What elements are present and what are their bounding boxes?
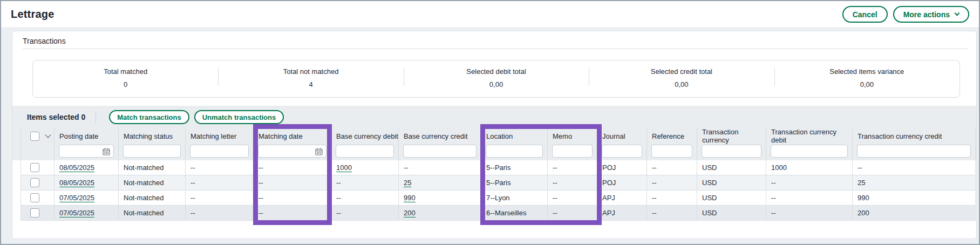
cell-value: -- <box>553 164 557 172</box>
cell-value: 5--Paris <box>486 164 511 172</box>
cell-value: 7--Lyon <box>486 194 510 202</box>
chevron-down-icon <box>955 11 960 16</box>
cell-value: -- <box>771 194 776 202</box>
filter-cell-memo <box>548 144 597 160</box>
column-header-label: Journal <box>602 132 625 140</box>
cell-link-posting-date[interactable]: 07/05/2025 <box>59 194 94 202</box>
cell-link-posting-date[interactable]: 07/05/2025 <box>59 209 94 217</box>
cell-location: 5--Paris <box>481 175 548 190</box>
summary-item-label: Total matched <box>104 67 147 76</box>
cancel-button-label: Cancel <box>853 10 877 19</box>
cell-matching-date: -- <box>254 175 331 190</box>
filter-input-memo[interactable] <box>552 145 593 158</box>
filter-input-matching-date[interactable] <box>258 145 326 158</box>
column-header-base-currency-credit: Base currency credit <box>399 128 481 144</box>
match-transactions-button[interactable]: Match transactions <box>109 110 189 124</box>
filter-input-transaction-currency[interactable] <box>702 145 761 158</box>
summary-item-value: 0,00 <box>675 80 688 89</box>
filter-input-matching-status[interactable] <box>123 145 181 158</box>
app-window: Lettrage Cancel More actions Transaction… <box>0 0 980 245</box>
cell-value: APJ <box>602 209 615 217</box>
filter-input-journal[interactable] <box>602 145 642 158</box>
cell-value: 6--Marseilles <box>486 209 526 217</box>
cell-value: 25 <box>858 179 865 187</box>
cell-value: Not-matched <box>124 209 164 217</box>
cell-posting-date: 07/05/2025 <box>55 190 119 206</box>
cell-matching-date: -- <box>254 190 331 206</box>
column-header-label: Location <box>486 132 513 140</box>
cell-link-base-currency-debit[interactable]: 1000 <box>336 164 352 172</box>
table-row: 08/05/2025Not-matched------255--Paris--P… <box>21 175 976 190</box>
cell-link-base-currency-credit[interactable]: 200 <box>404 209 416 217</box>
cell-base-currency-debit: -- <box>331 190 399 206</box>
column-header-posting-date: Posting date <box>55 128 119 144</box>
cell-location: 7--Lyon <box>481 190 548 206</box>
filter-input-transaction-currency-credit[interactable] <box>857 145 971 158</box>
cell-journal: POJ <box>597 175 647 190</box>
cell-value: Not-matched <box>124 179 164 187</box>
cell-link-posting-date[interactable]: 08/05/2025 <box>59 164 94 172</box>
grid-filter-row <box>21 144 976 160</box>
summary-item-value: 4 <box>309 80 312 89</box>
cell-transaction-currency: USD <box>697 175 766 190</box>
summary-item: Total not matched4 <box>218 60 403 97</box>
cell-link-base-currency-credit[interactable]: 25 <box>404 179 411 187</box>
cell-transaction-currency: USD <box>697 206 766 221</box>
match-transactions-label: Match transactions <box>117 113 181 121</box>
filter-input-base-currency-credit[interactable] <box>403 145 477 158</box>
cell-link-base-currency-credit[interactable]: 990 <box>404 194 416 202</box>
filter-input-matching-letter[interactable] <box>190 145 249 158</box>
summary-item-value: 0 <box>124 80 127 89</box>
cell-link-posting-date[interactable]: 08/05/2025 <box>59 179 94 187</box>
column-header-label: Transaction currency <box>702 128 766 144</box>
filter-input-transaction-currency-debit[interactable] <box>771 145 848 158</box>
cell-base-currency-credit: 200 <box>399 206 481 221</box>
row-checkbox[interactable] <box>30 193 39 202</box>
cell-value: USD <box>702 209 717 217</box>
cell-value: -- <box>336 179 341 187</box>
cell-base-currency-credit: 25 <box>399 175 481 190</box>
cell-value: USD <box>702 164 717 172</box>
cell-matching-status: Not-matched <box>119 160 186 175</box>
cell-matching-letter: -- <box>186 160 254 175</box>
table-row: 07/05/2025Not-matched------9907--Lyon--A… <box>21 190 976 206</box>
chevron-down-icon[interactable] <box>45 132 51 138</box>
cell-matching-date: -- <box>254 206 331 221</box>
summary-item-value: 0,00 <box>860 80 874 89</box>
cell-value: USD <box>702 194 717 202</box>
filter-input-base-currency-debit[interactable] <box>336 145 394 158</box>
more-actions-button[interactable]: More actions <box>893 6 969 23</box>
cell-value: USD <box>702 179 717 187</box>
row-checkbox[interactable] <box>30 163 39 172</box>
cancel-button[interactable]: Cancel <box>842 6 888 23</box>
cell-value: -- <box>258 179 263 187</box>
cell-journal: APJ <box>597 206 647 221</box>
column-header-label: Base currency credit <box>404 132 468 140</box>
filter-input-reference[interactable] <box>651 145 692 158</box>
filter-input-location[interactable] <box>486 145 543 158</box>
cell-posting-date: 08/05/2025 <box>55 160 119 175</box>
row-checkbox[interactable] <box>30 178 39 187</box>
column-header-label: Matching status <box>124 132 173 140</box>
more-actions-label: More actions <box>903 10 950 19</box>
column-header-label: Matching letter <box>190 132 236 140</box>
cell-transaction-currency: USD <box>697 160 766 175</box>
cell-value: 990 <box>858 194 869 202</box>
cell-matching-status: Not-matched <box>119 175 186 190</box>
column-header-matching-date: Matching date <box>254 128 331 144</box>
cell-value: -- <box>190 164 195 172</box>
cell-value: -- <box>553 209 557 217</box>
select-all-checkbox[interactable] <box>30 132 39 141</box>
column-header-label: Posting date <box>59 132 98 140</box>
row-checkbox[interactable] <box>30 208 39 217</box>
cell-value: -- <box>190 209 195 217</box>
cell-memo: -- <box>548 175 597 190</box>
filter-input-posting-date[interactable] <box>59 145 114 158</box>
summary-item-label: Total not matched <box>283 67 339 76</box>
cell-memo: -- <box>548 206 597 221</box>
filter-cell-matching-status <box>119 144 186 160</box>
cell-posting-date: 07/05/2025 <box>55 206 119 221</box>
toolbar-divider <box>96 111 96 123</box>
page-header: Lettrage Cancel More actions <box>1 1 979 28</box>
unmatch-transactions-button[interactable]: Unmatch transactions <box>194 110 284 124</box>
